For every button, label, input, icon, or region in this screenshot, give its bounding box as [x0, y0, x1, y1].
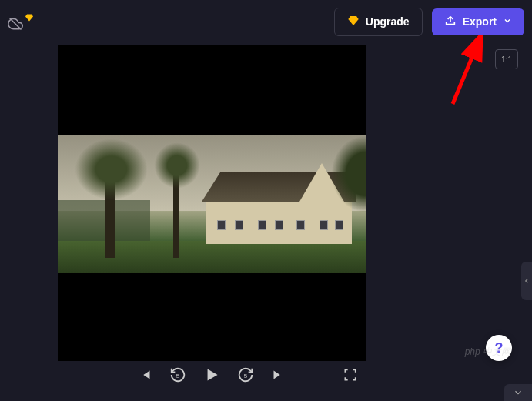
top-left-icons [8, 16, 34, 35]
collapse-panel-button[interactable] [504, 384, 532, 401]
upload-icon [444, 15, 457, 29]
diamond-small-icon [25, 12, 34, 25]
svg-line-2 [453, 41, 479, 104]
next-frame-button[interactable] [269, 366, 286, 383]
video-preview[interactable] [58, 45, 366, 361]
annotation-arrow [443, 35, 490, 108]
play-button[interactable] [202, 365, 222, 385]
video-frame [58, 135, 366, 273]
fullscreen-button[interactable] [343, 367, 358, 383]
help-button[interactable]: ? [486, 335, 512, 361]
chevron-down-icon [503, 15, 512, 28]
diamond-icon [347, 15, 360, 29]
previous-frame-button[interactable] [137, 366, 154, 383]
help-icon: ? [495, 340, 504, 356]
export-label: Export [463, 15, 497, 28]
forward-5s-button[interactable]: 5 [237, 366, 254, 383]
upgrade-button[interactable]: Upgrade [334, 8, 423, 36]
playback-controls: 5 5 [58, 359, 366, 390]
top-right-controls: Upgrade Export [334, 8, 524, 36]
side-panel-toggle[interactable] [521, 262, 532, 300]
rewind-5s-button[interactable]: 5 [169, 366, 186, 383]
cloud-off-icon[interactable] [8, 16, 23, 35]
top-bar: Upgrade Export [0, 0, 532, 43]
export-button[interactable]: Export [432, 8, 524, 35]
aspect-ratio-button[interactable]: 1:1 [495, 49, 518, 69]
upgrade-label: Upgrade [366, 15, 410, 28]
aspect-ratio-label: 1:1 [501, 55, 512, 64]
